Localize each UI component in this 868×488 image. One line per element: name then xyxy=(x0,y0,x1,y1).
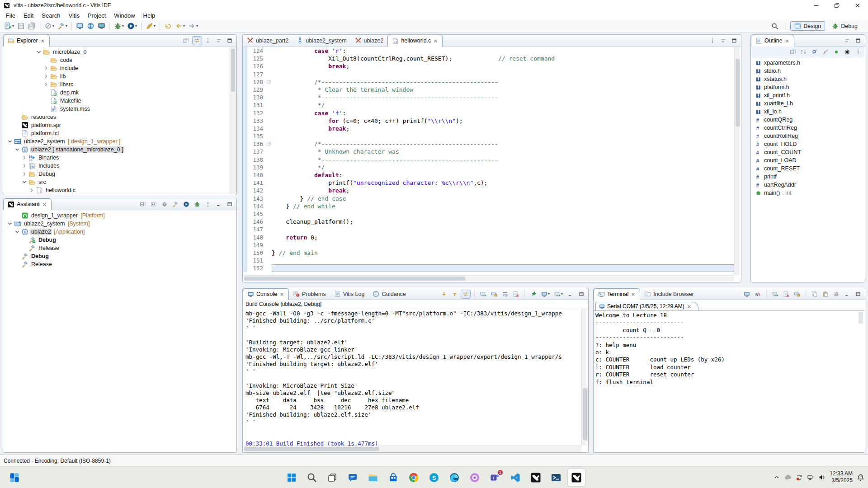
taskbar-skype-button[interactable]: S xyxy=(425,469,443,487)
taskbar-powershell-button[interactable] xyxy=(547,469,565,487)
paste-button[interactable] xyxy=(821,290,830,298)
tab-problems[interactable]: Problems xyxy=(289,288,330,300)
tab-ublaze-part2[interactable]: ublaze_part2 xyxy=(243,35,292,46)
code-line-132[interactable]: 132 case 'f': xyxy=(243,109,734,117)
tree-item-debug[interactable]: Debug xyxy=(3,236,236,244)
outline-item-count-load[interactable]: #count_LOAD xyxy=(751,156,865,164)
display-console-button[interactable]: ▾ xyxy=(540,290,551,298)
onedrive-icon[interactable] xyxy=(784,474,792,481)
minimize-button[interactable] xyxy=(719,37,728,45)
tree-item-debug[interactable]: Debug xyxy=(3,170,236,178)
chevron-right-icon[interactable] xyxy=(43,73,50,80)
outline-item-countqreg[interactable]: #countQReg xyxy=(751,116,865,124)
hide-non-public-button[interactable] xyxy=(832,48,841,56)
skip-breakpoints-button[interactable]: ▾ xyxy=(43,21,56,31)
notifications-icon[interactable]: z xyxy=(857,474,864,481)
debug-button[interactable]: ▾ xyxy=(113,21,125,31)
clear-terminal-button[interactable] xyxy=(782,290,791,298)
code-line-138[interactable]: 138 *-----------------------------------… xyxy=(243,156,734,164)
tab-vitis-log[interactable]: Vitis Log xyxy=(330,288,369,300)
tree-item-ublaze2[interactable]: cublaze2 [Application] xyxy=(3,228,236,236)
network-icon[interactable] xyxy=(807,474,814,481)
tree-item-ublaze2-system[interactable]: sublaze2_system [System] xyxy=(3,220,236,228)
copy-button[interactable] xyxy=(810,290,819,298)
chevron-right-icon[interactable] xyxy=(43,65,50,71)
collapse-all-button[interactable] xyxy=(182,37,191,45)
code-line-136[interactable]: 136 /*----------------------------------… xyxy=(243,140,734,148)
chevron-down-icon[interactable] xyxy=(7,138,14,145)
taskbar-vitis-active-button[interactable] xyxy=(567,469,585,487)
lock-console-button[interactable] xyxy=(490,290,499,298)
code-line-125[interactable]: 125 Xil_Out8(countCtrlReg,count_RESET); … xyxy=(243,55,734,62)
close-icon[interactable] xyxy=(42,202,47,207)
maximize-button[interactable] xyxy=(730,37,739,45)
window-minimize-button[interactable] xyxy=(806,0,826,11)
fold-collapse-icon[interactable] xyxy=(265,140,272,148)
outline-item-xparameters-h[interactable]: xparameters.h xyxy=(751,59,865,67)
code-line-144[interactable]: 144 } // end while xyxy=(243,202,734,210)
search-button[interactable] xyxy=(770,22,780,31)
minimize-button[interactable] xyxy=(214,200,223,208)
code-line-134[interactable]: 134 break; xyxy=(243,125,734,132)
tab-ublaze2[interactable]: ublaze2 xyxy=(351,35,388,46)
code-line-130[interactable]: 130 *-----------------------------------… xyxy=(243,94,734,101)
external-tools-button[interactable]: ▾ xyxy=(144,21,157,31)
link-console-button[interactable] xyxy=(461,290,470,298)
view-menu-button[interactable] xyxy=(203,37,212,45)
close-icon[interactable] xyxy=(433,38,438,43)
code-line-139[interactable]: 139 */ xyxy=(243,164,734,171)
outline-item-platform-h[interactable]: platform.h xyxy=(751,83,865,91)
minimize-button[interactable] xyxy=(843,290,852,298)
outline-item-stdio-h[interactable]: stdio.h xyxy=(751,67,865,75)
taskbar-chrome-button[interactable] xyxy=(405,469,423,487)
taskbar-task-view-button[interactable] xyxy=(323,469,341,487)
scroll-down-button[interactable] xyxy=(439,290,448,298)
menu-search[interactable]: Search xyxy=(38,12,64,19)
new-terminal-view-button[interactable] xyxy=(771,290,780,298)
scroll-up-button[interactable] xyxy=(450,290,459,298)
code-line-145[interactable]: 145 xyxy=(243,210,734,218)
taskbar-store-button[interactable] xyxy=(384,469,402,487)
code-line-142[interactable]: 142 break; xyxy=(243,187,734,194)
code-line-128[interactable]: 128 /*----------------------------------… xyxy=(243,78,734,86)
maximize-button[interactable] xyxy=(854,290,863,298)
code-line-147[interactable]: 147 xyxy=(243,225,734,233)
menu-window[interactable]: Window xyxy=(110,12,139,19)
tree-item-libsrc[interactable]: libsrc xyxy=(3,80,236,89)
chevron-right-icon[interactable] xyxy=(21,171,28,177)
close-icon[interactable] xyxy=(40,38,45,43)
terminal-scrollbar[interactable] xyxy=(858,312,864,451)
outline-item-count-count[interactable]: #count_COUNT xyxy=(751,148,865,156)
outline-item-uartregaddr[interactable]: #uartRegAddr xyxy=(751,181,865,189)
taskbar-file-explorer-button[interactable] xyxy=(364,469,382,487)
terminal-session-tab[interactable]: Serial COM7 (3/5/25, 12:29 AM) xyxy=(595,302,698,310)
connect-terminal-button[interactable] xyxy=(742,290,751,298)
window-close-button[interactable] xyxy=(847,0,868,11)
tree-item-src[interactable]: src xyxy=(3,178,236,186)
collapse-all-button[interactable] xyxy=(138,200,147,208)
tree-item-lib[interactable]: lib xyxy=(3,72,236,80)
settings-button[interactable] xyxy=(160,200,169,208)
chevron-down-icon[interactable] xyxy=(14,146,21,153)
menu-help[interactable]: Help xyxy=(139,12,160,19)
taskbar-clock[interactable]: 12:33 AM 3/5/2025 xyxy=(830,470,853,484)
link-with-editor-button[interactable] xyxy=(193,37,202,45)
tab-guidance[interactable]: Guidance xyxy=(368,288,410,300)
editor-vertical-scrollbar[interactable] xyxy=(734,47,741,275)
outline-item-xuartlite-l-h[interactable]: xuartlite_l.h xyxy=(751,99,865,108)
menu-vitis[interactable]: Vitis xyxy=(65,12,84,19)
taskbar-start-button[interactable] xyxy=(283,469,301,487)
tree-item-design-1-wrapper[interactable]: design_1_wrapper [Platform] xyxy=(3,211,236,220)
disconnect-terminal-button[interactable]: N xyxy=(753,290,762,298)
code-line-150[interactable]: 150} // end main xyxy=(243,249,734,257)
volume-icon[interactable] xyxy=(818,474,826,481)
hide-fields-button[interactable] xyxy=(810,48,819,56)
taskbar-edge-button[interactable] xyxy=(445,469,463,487)
widgets-button[interactable] xyxy=(5,469,24,487)
pin-console-button[interactable] xyxy=(529,290,538,298)
code-line-140[interactable]: 140 default: xyxy=(243,171,734,179)
serial-monitor-button[interactable] xyxy=(96,21,107,31)
tree-item-microblaze-0[interactable]: microblaze_0 xyxy=(3,48,236,56)
run-button[interactable] xyxy=(182,200,191,208)
code-line-135[interactable]: 135 xyxy=(243,132,734,140)
